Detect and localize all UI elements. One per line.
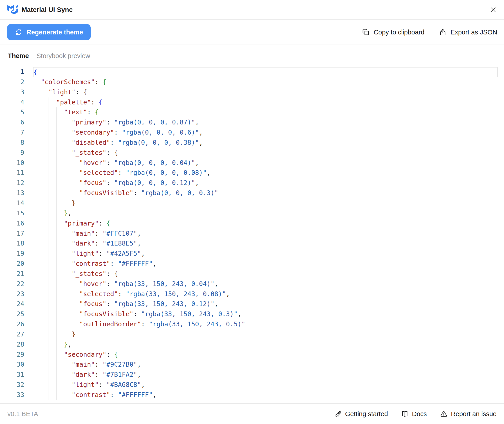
indent-guide <box>56 249 57 259</box>
code-line[interactable]: "disabled": "rgba(0, 0, 0, 0.38)", <box>33 138 498 148</box>
code-line[interactable]: "main": "#FFC107", <box>33 229 498 239</box>
code-token-key: "light" <box>72 381 99 388</box>
code-line[interactable]: }, <box>33 208 498 218</box>
indent-guide <box>72 168 72 178</box>
code-line[interactable]: "colorSchemes": { <box>33 77 498 87</box>
code-line[interactable]: "contrast": "#FFFFFF", <box>33 390 498 400</box>
indent-guide <box>64 380 64 390</box>
code-token-b1: { <box>99 99 103 106</box>
code-line[interactable]: "light": { <box>33 87 498 97</box>
indent-guide <box>64 370 64 380</box>
code-line[interactable]: "main": "#9C27B0", <box>33 360 498 370</box>
line-number: 29 <box>0 350 33 360</box>
code-line[interactable]: }, <box>33 340 498 350</box>
code-line[interactable]: "_states": { <box>33 269 498 279</box>
code-line[interactable]: "secondary": { <box>33 350 498 360</box>
code-token-str: "rgba(0, 0, 0, 0.6)" <box>122 129 199 136</box>
code-line[interactable]: "primary": "rgba(0, 0, 0, 0.87)", <box>33 118 498 128</box>
indent-guide <box>56 148 57 158</box>
indent-guide <box>72 309 72 319</box>
code-line[interactable]: "secondary": "rgba(0, 0, 0, 0.6)", <box>33 128 498 138</box>
close-button[interactable] <box>489 5 498 14</box>
code-line[interactable]: "dark": "#7B1FA2", <box>33 370 498 380</box>
export-as-json-button[interactable]: Export as JSON <box>439 28 497 36</box>
indent-guide <box>49 259 49 269</box>
code-line[interactable]: "focus": "rgba(33, 150, 243, 0.12)", <box>33 299 498 309</box>
code-token-str: "rgba(33, 150, 243, 0.08)" <box>126 290 226 298</box>
copy-to-clipboard-button[interactable]: Copy to clipboard <box>362 28 424 36</box>
code-token-b2: { <box>103 78 106 86</box>
code-line[interactable]: "dark": "#1E88E5", <box>33 238 498 249</box>
footer-links: Getting started Docs Report an issue <box>334 410 497 418</box>
code-token-b2: } <box>64 341 68 348</box>
line-number: 6 <box>0 118 33 128</box>
code-token-pun: : <box>118 290 125 298</box>
indent-guide <box>56 309 57 319</box>
code-token-pun: : <box>114 129 122 136</box>
code-token-pun: , <box>207 169 210 176</box>
indent-guide <box>49 319 49 330</box>
code-token-pun: : <box>106 118 114 126</box>
code-token-pun: : <box>133 310 141 318</box>
indent-guide <box>56 118 57 128</box>
indent-guide <box>49 188 49 198</box>
code-editor[interactable]: 1234567891011121314151617181920212223242… <box>0 67 504 403</box>
code-line[interactable]: "palette": { <box>33 97 498 108</box>
code-line[interactable]: "hover": "rgba(0, 0, 0, 0.04)", <box>33 158 498 168</box>
indent-guide <box>49 97 49 108</box>
indent-guide <box>56 289 57 299</box>
app-header: Material UI Sync <box>0 0 504 20</box>
code-line[interactable]: "selected": "rgba(33, 150, 243, 0.08)", <box>33 289 498 299</box>
code-line[interactable]: "light": "#BA68C8", <box>33 380 498 390</box>
code-token-pun: : <box>110 139 118 146</box>
tab-storybook-preview[interactable]: Storybook preview <box>37 52 90 60</box>
code-line[interactable]: "text": { <box>33 107 498 118</box>
code-token-str: "rgba(0, 0, 0, 0.87)" <box>114 118 195 126</box>
line-number: 22 <box>0 279 33 289</box>
code-token-key: "colorSchemes" <box>41 78 95 86</box>
code-line[interactable]: "focus": "rgba(0, 0, 0, 0.12)", <box>33 178 498 188</box>
code-line[interactable]: "selected": "rgba(0, 0, 0, 0.08)", <box>33 168 498 178</box>
indent-guide <box>41 370 41 380</box>
code-line[interactable]: "primary": { <box>33 218 498 229</box>
indent-guide <box>41 87 41 97</box>
indent-guide <box>49 360 49 370</box>
code-token-pun: , <box>137 240 141 247</box>
code-content[interactable]: {"colorSchemes": {"light": {"palette": {… <box>33 67 498 403</box>
code-line[interactable]: { <box>33 67 498 77</box>
code-line[interactable]: "contrast": "#FFFFFF", <box>33 259 498 269</box>
regenerate-theme-button[interactable]: Regenerate theme <box>7 24 91 40</box>
report-issue-link[interactable]: Report an issue <box>440 410 497 418</box>
tab-theme[interactable]: Theme <box>8 52 29 60</box>
code-token-pun: : <box>106 351 114 358</box>
code-token-key: "primary" <box>72 118 106 126</box>
code-line[interactable]: "focusVisible": "rgba(33, 150, 243, 0.3)… <box>33 309 498 319</box>
indent-guide <box>56 238 57 249</box>
code-token-key: "_states" <box>72 270 106 277</box>
code-token-key: "text" <box>64 108 87 116</box>
code-token-key: "contrast" <box>72 391 111 399</box>
code-line[interactable]: } <box>33 198 498 208</box>
code-line[interactable]: "_states": { <box>33 148 498 158</box>
docs-link[interactable]: Docs <box>401 410 427 418</box>
getting-started-link[interactable]: Getting started <box>334 410 388 418</box>
indent-guide <box>49 238 49 249</box>
code-line[interactable]: } <box>33 330 498 340</box>
code-line[interactable]: "outlinedBorder": "rgba(33, 150, 243, 0.… <box>33 319 498 330</box>
code-line[interactable]: "light": "#42A5F5", <box>33 249 498 259</box>
code-token-key: "focusVisible" <box>79 310 133 318</box>
code-token-key: "hover" <box>79 159 106 167</box>
indent-guide <box>49 299 49 309</box>
indent-guide <box>64 299 64 309</box>
code-token-pun: : <box>106 270 114 277</box>
code-token-key: "focus" <box>79 179 106 187</box>
code-line[interactable]: "hover": "rgba(33, 150, 243, 0.04)", <box>33 279 498 289</box>
indent-guide <box>41 97 41 108</box>
copy-to-clipboard-label: Copy to clipboard <box>374 29 424 36</box>
indent-guide <box>64 259 64 269</box>
docs-label: Docs <box>412 410 427 418</box>
code-line[interactable]: "focusVisible": "rgba(0, 0, 0, 0.3)" <box>33 188 498 198</box>
copy-icon <box>362 28 370 36</box>
line-number: 33 <box>0 390 33 400</box>
code-token-pun: : <box>133 189 141 197</box>
